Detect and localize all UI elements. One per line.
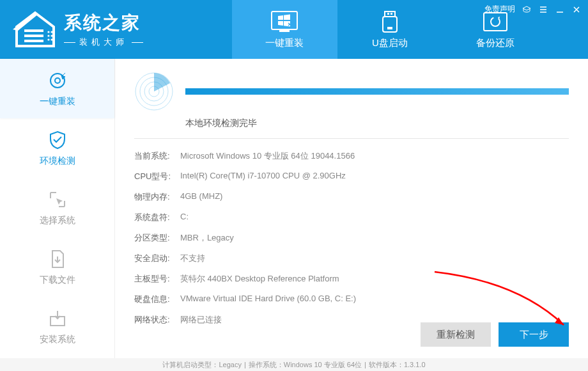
svg-rect-10 bbox=[279, 29, 290, 32]
svg-point-6 bbox=[50, 35, 52, 36]
info-partition: 分区类型:MBR，Legacy bbox=[134, 232, 569, 244]
svg-rect-16 bbox=[484, 13, 507, 31]
tab-label: 一键重装 bbox=[265, 37, 304, 49]
shield-check-icon bbox=[47, 130, 68, 150]
divider bbox=[134, 138, 569, 139]
info-system-drive: 系统盘符:C: bbox=[134, 212, 569, 223]
status-bar: 计算机启动类型：Legacy | 操作系统：Windows 10 专业版 64位… bbox=[0, 358, 588, 371]
menu-icon[interactable] bbox=[538, 4, 548, 15]
svg-rect-12 bbox=[387, 13, 389, 15]
sidebar-item-install[interactable]: 安装系统 bbox=[0, 297, 114, 356]
minimize-icon[interactable] bbox=[555, 4, 565, 15]
progress-row bbox=[134, 72, 569, 111]
info-current-system: 当前系统:Microsoft Windows 10 专业版 64位 19044.… bbox=[134, 150, 569, 162]
cursor-box-icon bbox=[47, 189, 68, 210]
info-disk: 硬盘信息:VMware Virtual IDE Hard Drive (60.0… bbox=[134, 294, 569, 305]
radar-icon bbox=[134, 72, 174, 111]
next-button[interactable]: 下一步 bbox=[499, 322, 569, 347]
logo-area: 系统之家 装机大师 bbox=[0, 0, 192, 59]
sidebar-item-label: 选择系统 bbox=[40, 215, 75, 226]
info-cpu: CPU型号:Intel(R) Core(TM) i7-10700 CPU @ 2… bbox=[134, 171, 569, 182]
sidebar-item-label: 一键重装 bbox=[40, 96, 75, 107]
body: 一键重装 环境检测 选择系统 下载文件 安装系统 bbox=[0, 59, 588, 358]
sidebar-item-download[interactable]: 下载文件 bbox=[0, 237, 114, 297]
info-memory: 物理内存:4GB (MHZ) bbox=[134, 191, 569, 203]
tab-reinstall[interactable]: 一键重装 bbox=[232, 0, 337, 59]
sidebar-item-select-system[interactable]: 选择系统 bbox=[0, 178, 114, 237]
svg-point-7 bbox=[47, 38, 49, 40]
window-controls: 免责声明 bbox=[484, 4, 582, 15]
house-logo-icon bbox=[13, 10, 58, 49]
svg-rect-11 bbox=[385, 12, 395, 17]
svg-rect-1 bbox=[24, 35, 43, 37]
windows-icon bbox=[270, 10, 298, 33]
file-download-icon bbox=[47, 249, 68, 269]
footer-os: 操作系统：Windows 10 专业版 64位 bbox=[249, 360, 362, 370]
sidebar: 一键重装 环境检测 选择系统 下载文件 安装系统 bbox=[0, 59, 115, 358]
svg-point-8 bbox=[50, 38, 52, 40]
target-icon bbox=[47, 70, 68, 91]
svg-rect-13 bbox=[391, 13, 392, 15]
disclaimer-link[interactable]: 免责声明 bbox=[484, 4, 515, 15]
tab-label: 备份还原 bbox=[476, 37, 514, 49]
footer-boot-type: 计算机启动类型：Legacy bbox=[162, 360, 241, 370]
brand-subtitle: 装机大师 bbox=[64, 36, 143, 48]
svg-rect-0 bbox=[24, 29, 43, 32]
info-secure-boot: 安全启动:不支持 bbox=[134, 253, 569, 264]
sidebar-item-label: 安装系统 bbox=[40, 334, 75, 345]
svg-rect-9 bbox=[272, 12, 297, 29]
svg-point-5 bbox=[47, 35, 49, 36]
progress-bar bbox=[185, 88, 569, 95]
svg-rect-2 bbox=[24, 40, 43, 42]
svg-point-3 bbox=[47, 31, 49, 33]
sidebar-item-env-check[interactable]: 环境检测 bbox=[0, 118, 114, 178]
svg-rect-15 bbox=[387, 27, 392, 29]
svg-point-19 bbox=[55, 78, 60, 83]
usb-icon bbox=[376, 10, 404, 33]
install-box-icon bbox=[47, 308, 68, 329]
sidebar-item-reinstall[interactable]: 一键重装 bbox=[0, 59, 114, 118]
sidebar-item-label: 下载文件 bbox=[40, 274, 75, 286]
content-panel: 本地环境检测完毕 当前系统:Microsoft Windows 10 专业版 6… bbox=[115, 59, 588, 358]
app-header: 系统之家 装机大师 一键重装 U盘启动 bbox=[0, 0, 588, 59]
footer-version: 软件版本：1.3.1.0 bbox=[369, 360, 426, 370]
graduation-icon[interactable] bbox=[522, 4, 532, 15]
progress-title: 本地环境检测完毕 bbox=[185, 118, 569, 129]
sidebar-item-label: 环境检测 bbox=[40, 155, 75, 167]
action-buttons: 重新检测 下一步 bbox=[421, 322, 569, 347]
brand-title: 系统之家 bbox=[64, 11, 143, 35]
close-icon[interactable] bbox=[571, 4, 582, 15]
svg-point-17 bbox=[491, 17, 500, 26]
info-motherboard: 主板型号:英特尔 440BX Desktop Reference Platfor… bbox=[134, 273, 569, 285]
tab-label: U盘启动 bbox=[372, 37, 408, 49]
tab-usb-boot[interactable]: U盘启动 bbox=[337, 0, 443, 59]
svg-point-4 bbox=[50, 31, 52, 33]
recheck-button[interactable]: 重新检测 bbox=[421, 322, 491, 347]
svg-rect-14 bbox=[383, 17, 397, 32]
